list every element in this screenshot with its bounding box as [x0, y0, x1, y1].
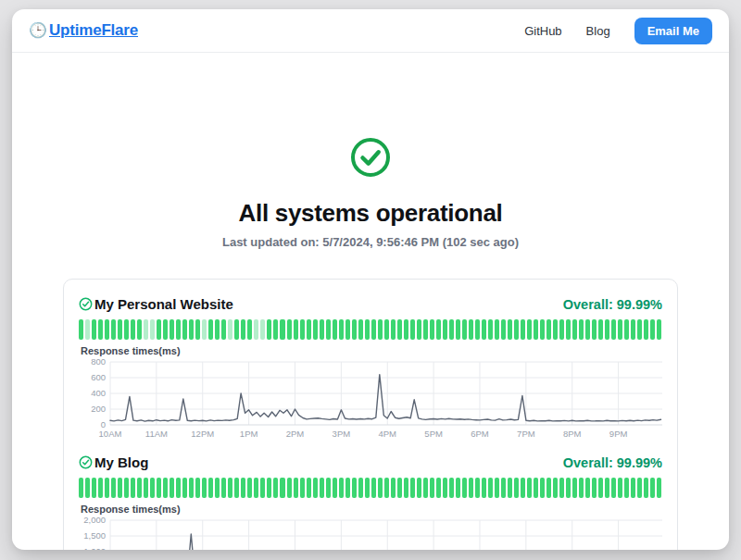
uptime-bar-segment [260, 319, 265, 340]
uptime-bar-segment [482, 478, 486, 498]
uptime-bar-segment [508, 478, 512, 498]
uptime-bar-segment [527, 319, 532, 340]
uptime-bar-segment [273, 478, 278, 498]
uptime-bar-segment [92, 319, 96, 340]
uptime-bar-segment [358, 478, 363, 498]
uptime-bar-segment [234, 319, 239, 340]
uptime-bar-segment [618, 478, 622, 498]
uptime-bar-segment [436, 478, 441, 498]
uptime-bar-segment [553, 319, 558, 340]
uptime-bar-segment [566, 319, 571, 340]
uptime-bar-segment [508, 319, 512, 340]
uptime-bar-segment [79, 319, 83, 340]
svg-text:12PM: 12PM [191, 429, 214, 439]
uptime-bar-segment [423, 478, 428, 498]
uptime-bar-segment [280, 478, 284, 498]
last-updated-text: Last updated on: 5/7/2024, 9:56:46 PM (1… [12, 235, 729, 249]
uptime-bar-segment [585, 478, 590, 498]
uptime-bar-segment [592, 478, 597, 498]
uptime-bar-segment [456, 319, 460, 340]
uptime-bar-segment [534, 478, 538, 498]
status-hero: All systems operational Last updated on:… [12, 53, 729, 249]
uptime-bar-segment [111, 319, 116, 340]
uptime-bar-segment [157, 319, 161, 340]
monitor-header: My Blog Overall: 99.99% [79, 454, 662, 470]
uptime-bar-segment [546, 478, 551, 498]
uptime-bar-segment [605, 478, 609, 498]
monitor-check-icon [79, 297, 93, 311]
uptime-bar-segment [189, 478, 194, 498]
uptime-bar-segment [378, 319, 383, 340]
uptime-bar-segment [553, 478, 558, 498]
response-times-label: Response times(ms) [81, 345, 662, 356]
uptime-bar-segment [280, 319, 284, 340]
uptime-bar-segment [469, 319, 473, 340]
uptime-bar-segment [397, 478, 402, 498]
uptime-bar-segment [514, 478, 519, 498]
uptime-bar-segment [320, 319, 324, 340]
uptime-bar-segment [397, 319, 402, 340]
uptime-bar-segment [98, 478, 103, 498]
uptime-bar-segment [195, 478, 200, 498]
monitor-header: My Personal Website Overall: 99.99% [79, 296, 662, 312]
uptime-bar-segment [339, 478, 344, 498]
uptime-bar-segment [215, 478, 220, 498]
uptime-bar-segment [495, 319, 499, 340]
svg-text:7PM: 7PM [517, 429, 535, 439]
uptime-bar-segment [559, 478, 564, 498]
uptime-bar-segment [189, 319, 194, 340]
uptime-bar-segment [605, 319, 609, 340]
uptime-bar-segment [287, 478, 292, 498]
uptime-bar-segment [579, 478, 584, 498]
nav-link-blog[interactable]: Blog [586, 24, 610, 38]
uptime-bar-segment [137, 319, 142, 340]
uptime-bar-segment [267, 319, 271, 340]
overall-uptime-badge: Overall: 99.99% [563, 455, 662, 470]
uptime-bar-segment [657, 319, 661, 340]
svg-text:6PM: 6PM [471, 429, 489, 439]
uptime-bar-segment [534, 319, 538, 340]
uptime-bar-segment [273, 319, 278, 340]
uptime-bar-segment [228, 478, 232, 498]
uptime-bar-segment [111, 478, 116, 498]
svg-text:400: 400 [91, 388, 106, 398]
uptime-bar-segment [631, 478, 635, 498]
uptime-bar-segment [241, 319, 245, 340]
uptime-bar-segment [462, 319, 467, 340]
uptime-bar-segment [475, 319, 480, 340]
uptime-bar-segment [202, 478, 207, 498]
page-title: All systems operational [12, 199, 729, 228]
uptime-bar-segment [170, 319, 174, 340]
uptime-bar-segment [345, 478, 350, 498]
monitor-title: My Blog [79, 454, 148, 470]
logo-link[interactable]: 🕒 UptimeFlare [29, 21, 138, 40]
overall-uptime-badge: Overall: 99.99% [563, 297, 662, 312]
uptime-bar-segment [546, 319, 551, 340]
uptime-bar-segment [307, 319, 311, 340]
uptime-bar-segment [521, 319, 525, 340]
uptime-bar-segment [163, 478, 168, 498]
uptime-bar-segment [124, 319, 129, 340]
uptime-bar-segment [365, 319, 370, 340]
uptime-bar-segment [105, 319, 109, 340]
uptime-bar-segment [247, 319, 252, 340]
nav-link-github[interactable]: GitHub [524, 24, 561, 38]
uptime-bar-segment [313, 478, 318, 498]
uptime-bar-segment [144, 319, 148, 340]
header: 🕒 UptimeFlare GitHub Blog Email Me [12, 9, 729, 53]
email-me-button[interactable]: Email Me [634, 18, 712, 44]
uptime-bar-segment [131, 319, 135, 340]
uptime-bar-segment [430, 478, 434, 498]
uptime-bar-segment [618, 319, 622, 340]
uptime-bar-segment [260, 478, 265, 498]
uptime-bar-segment [514, 319, 519, 340]
uptime-bar-segment [391, 478, 396, 498]
uptime-bar-segment [462, 478, 467, 498]
uptime-bar-segment [118, 478, 122, 498]
uptime-bar-segment [320, 478, 324, 498]
uptime-bar-segment [371, 319, 376, 340]
uptime-bar-segment [443, 319, 447, 340]
uptime-bar-segment [85, 478, 90, 498]
uptime-bar-segment [540, 319, 545, 340]
uptime-bar-segment [92, 478, 96, 498]
